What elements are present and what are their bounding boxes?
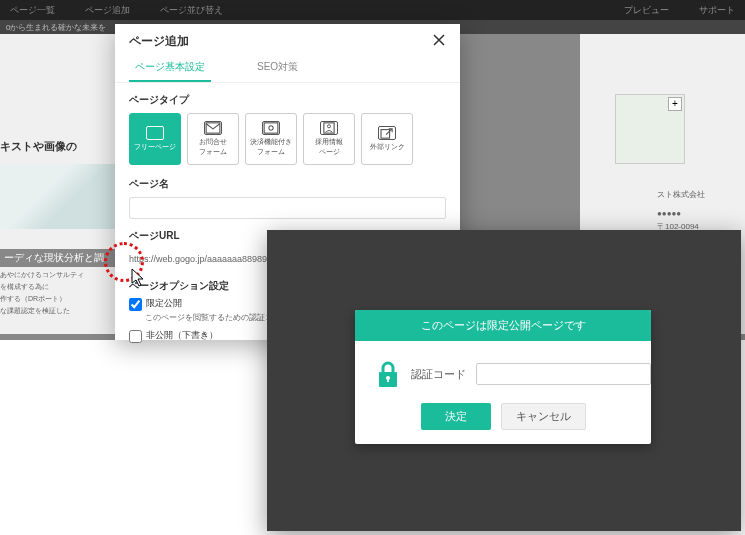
person-icon	[320, 121, 338, 135]
map-placeholder: +	[615, 94, 685, 164]
auth-code-label: 認証コード	[411, 367, 466, 382]
limited-publish-checkbox[interactable]	[129, 298, 142, 311]
close-button[interactable]	[432, 32, 446, 50]
svg-point-4	[327, 125, 330, 128]
lock-icon	[375, 359, 401, 389]
toolbar-item: サポート	[699, 4, 735, 17]
dialog-title: ページ追加	[129, 33, 189, 50]
auth-dialog: このページは限定公開ページです 認証コード 決定 キャンセル	[355, 310, 651, 444]
page-name-label: ページ名	[129, 177, 446, 191]
toolbar-item: ページ並び替え	[160, 4, 223, 17]
svg-rect-8	[387, 378, 389, 382]
type-card-free-page[interactable]: フリーページ	[129, 113, 181, 165]
svg-rect-0	[206, 123, 220, 133]
left-preview-panel: キストや画像の ーディな現状分析と調 あやにかけるコンサルティ を構成する為に …	[0, 34, 115, 334]
bg-text: 作する（DRポート）	[0, 294, 115, 304]
toolbar-item: ページ追加	[85, 4, 130, 17]
type-card-payment-form[interactable]: 決済機能付き フォーム	[245, 113, 297, 165]
auth-dialog-title: このページは限定公開ページです	[355, 310, 651, 341]
tab-basic-settings[interactable]: ページ基本設定	[129, 54, 211, 82]
dialog-tabs: ページ基本設定 SEO対策	[115, 54, 460, 83]
payment-icon	[262, 121, 280, 135]
envelope-icon	[204, 121, 222, 135]
bg-text: あやにかけるコンサルティ	[0, 270, 115, 280]
close-icon	[432, 33, 446, 47]
toolbar-item: ページ一覧	[10, 4, 55, 17]
map-zoom-in-icon: +	[668, 97, 682, 111]
auth-code-input[interactable]	[476, 363, 651, 385]
svg-rect-1	[264, 123, 278, 133]
unpublish-checkbox[interactable]	[129, 330, 142, 343]
bg-text: を構成する為に	[0, 282, 115, 292]
unpublish-label: 非公開（下書き）	[146, 329, 218, 342]
page-type-cards: フリーページ お問合せ フォーム 決済機能付き フォーム 採用情報 ページ 外部…	[129, 113, 446, 165]
limited-publish-label: 限定公開	[146, 297, 182, 310]
page-type-label: ページタイプ	[129, 93, 446, 107]
page-name-input[interactable]	[129, 197, 446, 219]
auth-preview-window: このページは限定公開ページです 認証コード 決定 キャンセル	[267, 230, 741, 531]
cancel-button[interactable]: キャンセル	[501, 403, 586, 430]
svg-point-2	[269, 126, 273, 130]
type-card-contact-form[interactable]: お問合せ フォーム	[187, 113, 239, 165]
toolbar-item: プレビュー	[624, 4, 669, 17]
bg-heading: キストや画像の	[0, 139, 115, 154]
type-card-external-link[interactable]: 外部リンク	[361, 113, 413, 165]
toolbar: ページ一覧 ページ追加 ページ並び替え プレビュー サポート	[0, 0, 745, 20]
submit-button[interactable]: 決定	[421, 403, 491, 430]
bg-subheading: ーディな現状分析と調	[0, 249, 115, 267]
type-card-recruit-page[interactable]: 採用情報 ページ	[303, 113, 355, 165]
bg-image-placeholder	[0, 164, 115, 229]
tab-seo[interactable]: SEO対策	[251, 54, 304, 82]
bg-text: な課題認定を検証した	[0, 306, 115, 316]
svg-rect-5	[381, 130, 390, 139]
page-icon	[146, 126, 164, 140]
external-link-icon	[378, 126, 396, 140]
